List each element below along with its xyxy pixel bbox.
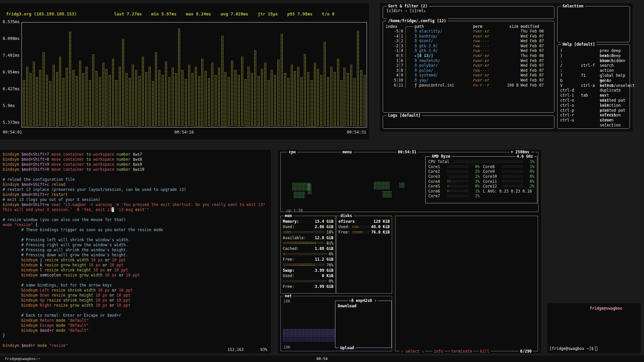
- file-row[interactable]: 0│5│▸[ð i3/]rwxr-xrThu Feb 08: [383, 53, 554, 58]
- vim-scroll-percent: 93%: [260, 347, 267, 352]
- file-row[interactable]: -3│2│ ð dconf/rwx----Wed Feb 07: [383, 39, 554, 44]
- file-list: -5│0│ ð alacritty/rwxr-xrThu Feb 08-4│1│…: [383, 29, 554, 88]
- y-tick: 6.427ms: [3, 87, 20, 91]
- help-row[interactable]: .show hidden: [557, 58, 630, 63]
- code-line: bindsym l resize shrink height 10 px or …: [3, 268, 265, 273]
- file-row[interactable]: 6│11│ ƒ pavucontrol.inirw-r--r108 BWed F…: [383, 83, 554, 88]
- x-tick: 00:54:01: [3, 130, 22, 135]
- core-row: Core72%: [428, 194, 480, 199]
- code-line: bindsym $mod+Shift+0 move container to w…: [3, 167, 265, 172]
- terminal-cursor: [595, 347, 597, 351]
- code-line: mode "resize" {: [3, 222, 265, 227]
- code-line: [3, 338, 265, 343]
- help-row[interactable]: ctrl-itabnext visited pat: [557, 93, 630, 98]
- code-line: [3, 172, 265, 177]
- net-rx-graph: [283, 329, 336, 338]
- help-row[interactable]: (prev deep branch: [557, 48, 630, 53]
- ping-stats: last 7.27msmin 5.97msmax 8.24msavg 7.028…: [114, 11, 334, 16]
- code-line: bindsym $mod+Shift+c reload: [3, 182, 265, 187]
- code-line: # Pressing up will shrink the window's h…: [3, 248, 265, 253]
- selection-title: Selection: [561, 4, 585, 8]
- core-row: Core31%: [428, 174, 480, 179]
- help-row[interactable]: ctrl-olast visited pat: [557, 103, 630, 108]
- memory-stats: Memory:15.4 GiBUsed:2.86 GiB18%Available…: [281, 219, 335, 289]
- tab-menu[interactable]: menu: [341, 150, 353, 154]
- core-row: Core90%: [483, 169, 534, 174]
- help-row[interactable]: )next deep branch: [557, 53, 630, 58]
- logs-title: Logs [default]: [386, 113, 422, 118]
- sort-filter-panel: Sort & filter (2) [c]dir↑ › [i]rel↓: [383, 6, 554, 19]
- vim-buffer: bindsym $mod+Shift+7 move container to w…: [3, 152, 265, 348]
- file-row[interactable]: -2│3│ ð gtk-2.0/rwx----Wed Feb 07: [383, 44, 554, 49]
- code-line: bindsym Return mode "default": [3, 318, 265, 323]
- clock: 00:54: [0, 357, 644, 361]
- vim-window[interactable]: bindsym $mod+Shift+7 move container to w…: [0, 150, 271, 353]
- file-row[interactable]: 4│9│ ð systemd/rwxr-xrWed Feb 07: [383, 73, 554, 78]
- help-row[interactable]: ctrl-uclear selection: [557, 118, 630, 123]
- help-panel: Help [default] (prev deep branch)next de…: [557, 44, 630, 129]
- code-line: bindsym Up resize shrink height 10 px or…: [3, 298, 265, 303]
- code-line: # exit i3 (logs you out of your X sessio…: [3, 197, 265, 202]
- help-row[interactable]: Ggo to bottom: [557, 78, 630, 83]
- file-row[interactable]: 2│7│ ð polybar/rwxr-xrWed Feb 07: [383, 63, 554, 68]
- code-line: bindsym k resize grow height 10 px or 10…: [3, 263, 265, 268]
- neofetch-window[interactable]: fridge@swagbox [fridge@swagbox ~]$: [547, 303, 641, 353]
- help-row[interactable]: ?f1global help menu: [557, 73, 630, 78]
- file-row[interactable]: 1│6│ ð neofetch/rwxr-xrWed Feb 07: [383, 58, 554, 63]
- disk-stats: efivars128 KiBUsed:48.0 KiBFree:76.0 KiB: [336, 219, 392, 240]
- net-axis-bottom: 10K: [283, 345, 290, 350]
- sort-filter-value[interactable]: [c]dir↑ › [i]rel↓: [386, 8, 426, 13]
- neofetch-info: fridge@swagbox: [590, 306, 622, 311]
- code-line: [3, 308, 265, 313]
- help-row[interactable]: ctrl-nnext selection: [557, 98, 630, 103]
- file-row[interactable]: 3│8│ ð pulse/rwx----Wed Feb 07: [383, 68, 554, 73]
- file-row[interactable]: -5│0│ ð alacritty/rwxr-xrThu Feb 08: [383, 29, 554, 34]
- code-line: [3, 278, 265, 283]
- refresh-interval-control[interactable]: + 2500ms ─: [509, 150, 535, 154]
- select-control[interactable]: ↑ select ↓: [399, 349, 425, 354]
- ping-graph: [22, 23, 366, 126]
- processes-panel: ↑ select ↓ info terminate kill 0/290: [395, 216, 538, 351]
- cpu-panel: cpu menu 00:54:31 + 2500ms ─ up 1:30 AMD…: [280, 152, 538, 212]
- code-line: # Pressing left will shrink the window's…: [3, 238, 265, 243]
- help-title: Help [default]: [561, 42, 597, 47]
- help-row[interactable]: ctrl-pprev selection: [557, 108, 630, 113]
- cpu-history-graph: [286, 157, 427, 210]
- code-line: # These bindings trigger as soon as you …: [3, 227, 265, 232]
- file-row[interactable]: -4│1│ ð bashtop/rwxr-xrWed Feb 07: [383, 34, 554, 39]
- cpu-model-title: AMD Ryze: [430, 154, 451, 159]
- xplr-window: Sort & filter (2) [c]dir↑ › [i]rel↓ /hom…: [380, 3, 633, 132]
- net-interface-selector[interactable]: ‹ð enp42s0 ›: [347, 298, 378, 303]
- help-row[interactable]: ctrl-rrefresh screen: [557, 113, 630, 118]
- y-tick: 5.373ms: [3, 120, 20, 125]
- core-row: Core22%: [428, 169, 480, 174]
- code-line: This will end your X session.' -B 'Yes, …: [3, 207, 265, 212]
- network-title: net: [283, 294, 293, 298]
- code-line: # restart i3 inplace (preserves your lay…: [3, 187, 265, 192]
- kill-control[interactable]: kill: [479, 349, 491, 354]
- help-row[interactable]: ctrl-dduplicate as: [557, 88, 630, 93]
- code-line: }: [3, 333, 265, 338]
- code-line: bindsym $mod+Shift+r restart: [3, 192, 265, 197]
- terminate-control[interactable]: terminate: [450, 349, 473, 354]
- uptime-label: up 1:30: [286, 208, 303, 213]
- process-count: 0/290: [519, 349, 533, 354]
- vim-cursor-position: 152,162: [227, 347, 244, 352]
- file-row[interactable]: 5│10│ ð yay/rwxr-xrWed Feb 07: [383, 78, 554, 83]
- tab-cpu[interactable]: cpu: [287, 150, 297, 154]
- shell-prompt[interactable]: [fridge@swagbox ~]$: [549, 346, 597, 351]
- help-row[interactable]: /ctrl-fsearch: [557, 63, 630, 68]
- help-row[interactable]: :action: [557, 68, 630, 73]
- process-table-header: [395, 219, 538, 224]
- gping-window: fridg3.org (185.199.109.153) last 7.27ms…: [0, 3, 369, 140]
- current-path-title: /home/fridge/.config (12): [386, 18, 448, 23]
- file-table-header: index╭───pathpermsizemodified: [383, 24, 554, 29]
- file-row[interactable]: -1│4│ ð gtk-3.0/rwx----Wed Feb 07: [383, 48, 554, 53]
- help-row[interactable]: Vctrl-aselect/unselect: [557, 83, 630, 88]
- desktop: fridg3.org (185.199.109.153) last 7.27ms…: [0, 0, 644, 362]
- file-table-panel: /home/fridge/.config (12) index╭───pathp…: [383, 21, 554, 113]
- info-control[interactable]: info: [432, 349, 444, 354]
- ping-plot: [21, 22, 367, 127]
- code-line: bindsym $mod+r mode "resize": [3, 343, 265, 348]
- cpu-total-row: CPU Total 1%: [428, 159, 534, 164]
